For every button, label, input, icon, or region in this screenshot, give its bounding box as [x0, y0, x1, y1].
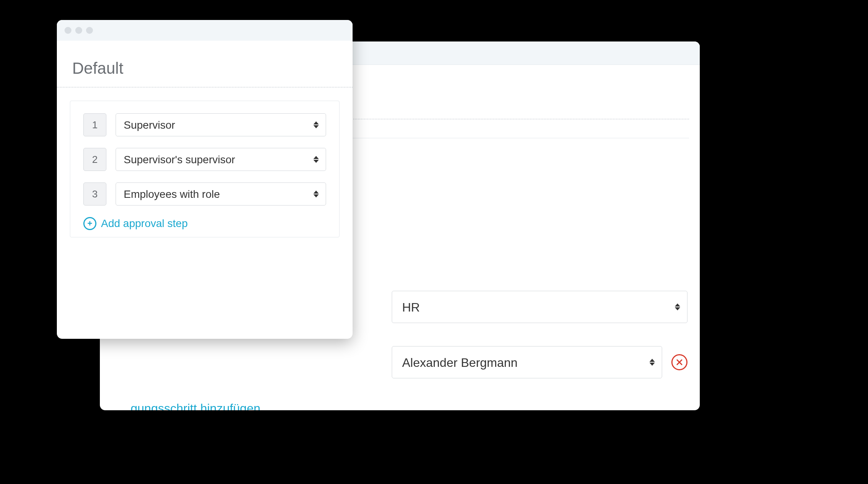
- updown-icon: [649, 359, 655, 366]
- approval-step-select-value: Employees with role: [124, 188, 220, 200]
- step-index-badge: 2: [83, 148, 106, 171]
- employee-select[interactable]: Alexander Bergmann: [392, 346, 662, 378]
- approval-step-row: 2Supervisor's supervisor: [83, 148, 326, 171]
- updown-icon: [313, 121, 319, 128]
- approval-step-select[interactable]: Supervisor's supervisor: [116, 148, 326, 171]
- approval-step-select[interactable]: Supervisor: [116, 113, 326, 136]
- add-approval-step-label: Add approval step: [101, 217, 188, 230]
- close-icon: [676, 359, 683, 366]
- employee-select-value: Alexander Bergmann: [402, 356, 518, 370]
- remove-employee-button[interactable]: [671, 354, 687, 370]
- front-window-titlebar: [57, 20, 353, 41]
- traffic-light-dot: [86, 27, 93, 34]
- approval-steps-panel: 1Supervisor2Supervisor's supervisor3Empl…: [70, 101, 340, 237]
- role-select-value: HR: [402, 300, 420, 314]
- approval-step-row: 1Supervisor: [83, 113, 326, 136]
- front-window: Default 1Supervisor2Supervisor's supervi…: [57, 20, 353, 339]
- traffic-light-dot: [75, 27, 82, 34]
- step-index-badge: 3: [83, 182, 106, 206]
- updown-icon: [313, 156, 319, 163]
- updown-icon: [675, 303, 680, 310]
- add-approval-step-back-label[interactable]: gungsschritt hinzufügen: [131, 401, 687, 410]
- approval-step-select-value: Supervisor's supervisor: [124, 154, 235, 166]
- updown-icon: [313, 191, 319, 197]
- traffic-light-dot: [65, 27, 71, 34]
- role-select[interactable]: HR: [392, 291, 687, 323]
- add-approval-step-button[interactable]: Add approval step: [83, 217, 326, 230]
- step-index-badge: 1: [83, 113, 106, 136]
- approval-step-select[interactable]: Employees with role: [116, 182, 326, 206]
- page-title: Default: [57, 41, 353, 88]
- approval-step-row: 3Employees with role: [83, 182, 326, 206]
- plus-circle-icon: [83, 217, 96, 230]
- approval-step-select-value: Supervisor: [124, 119, 175, 131]
